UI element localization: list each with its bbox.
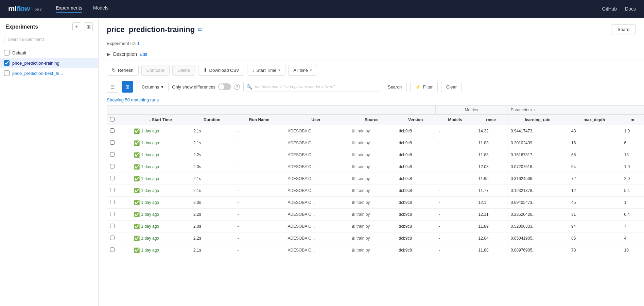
- row-start-time[interactable]: ✅ 1 day ago: [130, 185, 190, 197]
- table-view-btn[interactable]: ☰: [107, 81, 118, 93]
- sort-icon: ↓: [252, 68, 255, 73]
- only-diff-toggle[interactable]: [218, 83, 231, 90]
- columns-button[interactable]: Columns ▾: [137, 82, 169, 92]
- run-status-0: ✅ 1 day ago: [134, 128, 187, 134]
- row-start-time[interactable]: ✅ 1 day ago: [130, 221, 190, 232]
- source-file: 🖥 train.py: [351, 176, 392, 181]
- refresh-button[interactable]: ↻ Refresh: [107, 65, 139, 76]
- header-run-name[interactable]: Run Name: [234, 115, 284, 125]
- sidebar-checkbox-ppt[interactable]: [4, 60, 10, 66]
- header-extra[interactable]: m: [621, 115, 644, 125]
- row-run-name: -: [234, 185, 284, 197]
- header-version[interactable]: Version: [396, 115, 436, 125]
- nav-models[interactable]: Models: [93, 5, 108, 13]
- row-checkbox-4[interactable]: [110, 176, 115, 180]
- user-truncated: ADESOBA O...: [288, 176, 315, 181]
- search-button[interactable]: Search: [383, 82, 407, 92]
- row-checkbox-2[interactable]: [110, 152, 115, 157]
- header-user[interactable]: User: [284, 115, 348, 125]
- nav-docs[interactable]: Docs: [625, 6, 636, 12]
- layout-toggle-button[interactable]: ⊞: [84, 22, 93, 31]
- columns-label: Columns: [142, 84, 159, 90]
- grid-view-btn[interactable]: ⊞: [122, 81, 133, 93]
- chevron-down-icon: ▾: [278, 68, 280, 73]
- help-icon[interactable]: ?: [234, 84, 240, 90]
- row-learning-rate: 0.15167817...: [507, 149, 568, 161]
- share-button[interactable]: Share: [611, 25, 636, 34]
- row-duration: 2.0s: [190, 221, 234, 232]
- col-group-metrics: Metrics: [436, 106, 507, 115]
- matching-runs-count: Showing 50 matching runs: [99, 96, 644, 105]
- col-group-params: Parameters ›: [507, 106, 644, 115]
- filter-button[interactable]: ⚡ Filter: [410, 82, 438, 92]
- row-checkbox-3[interactable]: [110, 164, 115, 168]
- row-start-time[interactable]: ✅ 1 day ago: [130, 209, 190, 221]
- all-time-dropdown[interactable]: All time ▾: [288, 65, 317, 76]
- row-source: 🖥 train.py: [348, 149, 396, 161]
- runs-search-input[interactable]: [254, 82, 376, 92]
- copy-experiment-icon[interactable]: ⧉: [198, 27, 202, 33]
- start-time-col-label: ↓ Start Time: [149, 117, 172, 122]
- description-toggle[interactable]: ▶: [107, 51, 110, 57]
- status-success-icon: ✅: [134, 176, 140, 181]
- start-time-dropdown[interactable]: ↓ Start Time ▾: [247, 65, 286, 76]
- source-col-label: Source: [365, 117, 379, 122]
- header-rmse[interactable]: rmse: [475, 115, 507, 125]
- compare-button[interactable]: Compare: [141, 65, 170, 76]
- clear-button[interactable]: Clear: [441, 82, 462, 92]
- nav-experiments[interactable]: Experiments: [56, 5, 82, 13]
- row-start-time[interactable]: ✅ 1 day ago: [130, 197, 190, 209]
- sidebar-item-default[interactable]: Default ✎: [0, 48, 98, 58]
- status-success-icon: ✅: [134, 188, 140, 193]
- search-experiments-input[interactable]: [4, 35, 94, 44]
- file-icon: 🖥: [351, 141, 355, 145]
- row-expander-cell: [118, 244, 130, 256]
- experiment-id-row: Experiment ID: 1: [99, 38, 644, 49]
- description-edit-button[interactable]: Edit: [140, 52, 147, 57]
- experiment-title: price_prediction-training: [107, 25, 195, 34]
- row-checkbox-7[interactable]: [110, 212, 115, 216]
- row-max-depth: 16: [568, 137, 621, 149]
- row-start-time[interactable]: ✅ 1 day ago: [130, 125, 190, 137]
- params-expand-icon[interactable]: ›: [534, 108, 536, 112]
- row-start-time[interactable]: ✅ 1 day ago: [130, 137, 190, 149]
- source-file: 🖥 train.py: [351, 224, 392, 229]
- row-start-time[interactable]: ✅ 1 day ago: [130, 244, 190, 256]
- row-start-time[interactable]: ✅ 1 day ago: [130, 161, 190, 173]
- row-checkbox-9[interactable]: [110, 236, 115, 240]
- row-checkbox-1[interactable]: [110, 140, 115, 145]
- row-checkbox-0[interactable]: [110, 128, 115, 133]
- nav-github[interactable]: GitHub: [602, 6, 617, 12]
- sidebar-item-price-prediction-training[interactable]: price_prediction-training ✎: [0, 58, 98, 68]
- row-checkbox-8[interactable]: [110, 224, 115, 228]
- row-source: 🖥 train.py: [348, 244, 396, 256]
- row-start-time[interactable]: ✅ 1 day ago: [130, 149, 190, 161]
- experiment-id-label: Experiment ID:: [107, 41, 136, 46]
- row-rmse: 12.04: [475, 232, 507, 244]
- row-checkbox-5[interactable]: [110, 188, 115, 192]
- row-checkbox-cell: [107, 221, 118, 232]
- select-all-checkbox[interactable]: [110, 117, 115, 122]
- header-models[interactable]: Models: [436, 115, 475, 125]
- header-max-depth[interactable]: max_depth: [568, 115, 621, 125]
- row-checkbox-10[interactable]: [110, 247, 115, 252]
- sidebar-item-price-prediction-best-fe[interactable]: price_prediction-best_fe... ✎: [0, 68, 98, 78]
- sidebar-checkbox-default[interactable]: [4, 50, 10, 55]
- row-rmse: 12.1: [475, 197, 507, 209]
- row-start-time[interactable]: ✅ 1 day ago: [130, 232, 190, 244]
- row-expander-cell: [118, 185, 130, 197]
- header-duration[interactable]: Duration: [190, 115, 234, 125]
- header-learning-rate[interactable]: learning_rate: [507, 115, 568, 125]
- sidebar-checkbox-ppbf[interactable]: [4, 70, 10, 76]
- header-start-time[interactable]: ↓ Start Time: [130, 115, 190, 125]
- row-rmse: 11.83: [475, 137, 507, 149]
- delete-button[interactable]: Delete: [172, 65, 195, 76]
- row-checkbox-6[interactable]: [110, 200, 115, 204]
- add-experiment-button[interactable]: +: [72, 22, 81, 31]
- sidebar-list: Default ✎ price_prediction-training ✎ pr…: [0, 48, 98, 306]
- row-models: -: [436, 137, 475, 149]
- header-source[interactable]: Source: [348, 115, 396, 125]
- sidebar: Experiments + ⊞ Default ✎ price_predicti…: [0, 18, 99, 306]
- row-start-time[interactable]: ✅ 1 day ago: [130, 173, 190, 185]
- download-csv-button[interactable]: ⬇ Download CSV: [198, 65, 244, 76]
